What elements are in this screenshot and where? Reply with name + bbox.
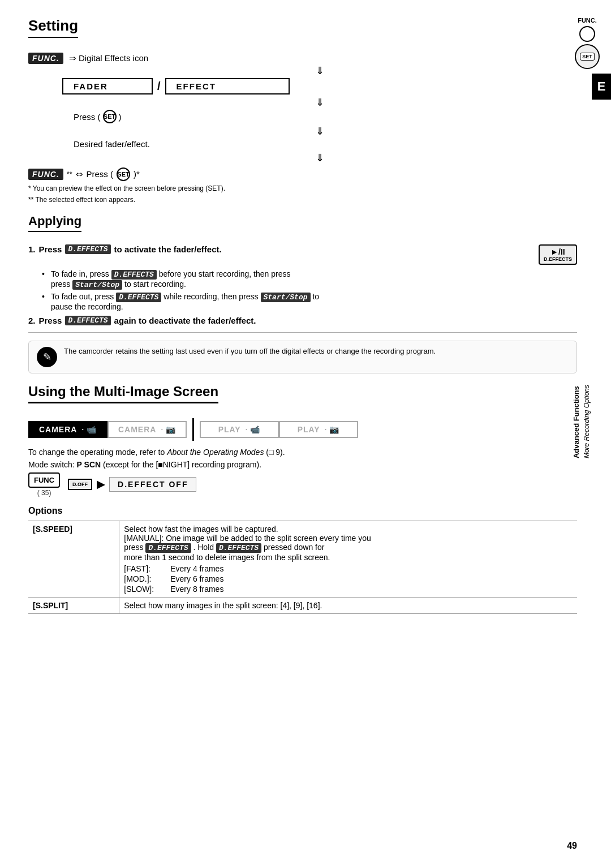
- effect-box: EFFECT: [165, 78, 290, 94]
- step-1-num: 1.: [28, 244, 36, 254]
- bullet2-deffects: D.EFFECTS: [116, 293, 161, 302]
- multi-image-section: Using the Multi-Image Screen CAMERA · 📹 …: [28, 384, 577, 614]
- sspeed-line1: Select how fast the images will be captu…: [124, 525, 278, 534]
- func-small-group: FUNC ( 35): [28, 472, 60, 497]
- set-cross-label: SET: [580, 53, 595, 61]
- mode-camera-photo-dot: ·: [161, 425, 163, 433]
- sspeed-line3-end: pressed down for: [261, 543, 324, 552]
- sspeed-line3-mid: . Hold: [191, 543, 216, 552]
- setting-section: Setting FUNC. ⇒ Digital Effects icon ⇓ F…: [28, 17, 577, 204]
- mode-camera-video-label: CAMERA: [39, 425, 77, 434]
- set-button-1: SET: [103, 110, 117, 123]
- arrow-down-3: ⇓: [62, 124, 577, 139]
- mode-separator: [192, 418, 194, 441]
- multi-image-title: Using the Multi-Image Screen: [28, 384, 577, 410]
- step-2-header: 2. Press D.EFFECTS again to deactivate t…: [28, 316, 577, 325]
- sspeed-slow-val: Every 8 frames: [170, 585, 573, 594]
- func-small-box: FUNC: [28, 472, 60, 488]
- note-icon: ✎: [37, 347, 57, 367]
- press-close-1: ): [119, 112, 122, 122]
- sspeed-mod-label: [MOD.]:: [124, 574, 169, 583]
- sspeed-slow-label: [SLOW]:: [124, 585, 169, 594]
- sidebar-more: More Recording Options: [583, 385, 591, 458]
- press-text-2: Press (: [87, 169, 114, 179]
- options-table: [S.SPEED] Select how fast the images wil…: [28, 521, 577, 614]
- sspeed-grid: [FAST]: Every 4 frames [MOD.]: Every 6 f…: [124, 564, 573, 594]
- arrow-down-4: ⇓: [62, 151, 577, 165]
- double-star: **: [67, 170, 72, 178]
- setting-title: Setting: [28, 17, 577, 46]
- options-row-ssplit: [S.SPLIT] Select how many images in the …: [28, 597, 577, 613]
- mode-camera-photo-btn[interactable]: CAMERA · 📷: [107, 421, 187, 438]
- func-top-label: FUNC.: [578, 17, 597, 24]
- mode-desc-2: Mode switch: P SCN (except for the [■NIG…: [28, 460, 577, 469]
- bullet-2: To fade out, press D.EFFECTS while recor…: [42, 292, 577, 311]
- ssplit-label: [S.SPLIT]: [28, 597, 119, 613]
- mode-play-photo-label: PLAY: [298, 425, 320, 434]
- right-sidebar: Advanced Functions More Recording Option…: [572, 385, 591, 458]
- sspeed-fast-label: [FAST]:: [124, 564, 169, 573]
- arrow-down-2: ⇓: [62, 96, 577, 110]
- mode-buttons-row: CAMERA · 📹 CAMERA · 📷 PLAY · 📹 PLAY · 📷: [28, 418, 577, 441]
- footnote-1: * You can preview the effect on the scre…: [28, 184, 577, 192]
- deffect-off-box: D.OFF ▶ D.EFFECT OFF: [68, 477, 196, 492]
- section-rule-1: [28, 332, 577, 333]
- mode-desc-1: To change the operating mode, refer to A…: [28, 448, 577, 457]
- mode-play-photo-btn[interactable]: PLAY · 📷: [279, 421, 358, 438]
- note-box: ✎ The camcorder retains the setting last…: [28, 341, 577, 373]
- arrow-lr: ⇔: [76, 169, 83, 179]
- mode-camera-video-icon: 📹: [87, 425, 97, 434]
- step-1-deffects: D.EFFECTS: [65, 244, 110, 254]
- mode-play-photo-dot: ·: [325, 425, 328, 433]
- deffect-off-icon: D.OFF: [68, 479, 92, 490]
- mode-play-video-label: PLAY: [218, 425, 241, 434]
- options-row-sspeed: [S.SPEED] Select how fast the images wil…: [28, 521, 577, 597]
- press-set-row: Press ( SET ): [74, 110, 577, 123]
- mode-camera-photo-icon: 📷: [166, 425, 176, 434]
- deffects-btn-label: D.EFFECTS: [544, 256, 572, 262]
- step-1-suffix: to activate the fader/effect.: [114, 244, 222, 254]
- mode-play-video-dot: ·: [246, 425, 248, 433]
- func-digital-effects-row: FUNC. ⇒ Digital Effects icon: [28, 53, 577, 64]
- bullet-1: To fade in, press D.EFFECTS before you s…: [42, 269, 577, 290]
- deffect-arrow: ▶: [97, 478, 105, 491]
- set-cross-icon: SET: [575, 44, 600, 69]
- mode-play-video-icon: 📹: [250, 425, 260, 434]
- deffect-off-text: D.EFFECT OFF: [109, 477, 196, 492]
- deffects-button-icon: ►/II D.EFFECTS: [539, 244, 577, 265]
- sspeed-content: Select how fast the images will be captu…: [119, 521, 577, 597]
- sspeed-deffects2: D.EFFECTS: [216, 543, 261, 553]
- fader-effect-row: FADER / EFFECT: [62, 78, 577, 94]
- step-2-press: Press: [39, 316, 62, 325]
- set-button-2: SET: [117, 167, 130, 181]
- func-label-2: FUNC.: [28, 169, 63, 180]
- ssplit-content: Select how many images in the split scre…: [119, 597, 577, 613]
- mode-camera-video-dot: ·: [81, 425, 84, 433]
- fader-box: FADER: [62, 78, 153, 94]
- sspeed-label: [S.SPEED]: [28, 521, 119, 597]
- step-1-header: 1. Press D.EFFECTS to activate the fader…: [28, 244, 577, 265]
- e-tab: E: [592, 74, 611, 100]
- sspeed-line2: [MANUAL]: One image will be added to the…: [124, 534, 371, 543]
- play-pause-icon: ►/II: [550, 247, 565, 256]
- desired-fader-text: Desired fader/effect.: [74, 139, 577, 149]
- digital-effects-text: ⇒ Digital Effects icon: [69, 53, 148, 63]
- step-1-press: Press: [39, 244, 62, 254]
- page-number: 49: [567, 841, 577, 851]
- note-text: The camcorder retains the setting last u…: [64, 347, 436, 355]
- mode-camera-video-btn[interactable]: CAMERA · 📹: [28, 421, 107, 438]
- fader-slash: /: [153, 80, 165, 93]
- sspeed-mod-val: Every 6 frames: [170, 574, 573, 583]
- bullet1-deffects: D.EFFECTS: [111, 270, 157, 280]
- mode-play-video-btn[interactable]: PLAY · 📹: [200, 421, 279, 438]
- footnote-2: ** The selected effect icon appears.: [28, 196, 577, 204]
- options-title: Options: [28, 506, 577, 516]
- step-2-num: 2.: [28, 316, 36, 325]
- top-right-icons: FUNC. SET: [575, 17, 600, 69]
- applying-title: Applying: [28, 214, 577, 239]
- star-text: )*: [134, 169, 140, 179]
- press-text-1: Press (: [74, 112, 101, 122]
- sspeed-line4: more than 1 second to delete images from…: [124, 553, 330, 562]
- func-label-1: FUNC.: [28, 53, 63, 64]
- step-2-deffects: D.EFFECTS: [65, 316, 110, 325]
